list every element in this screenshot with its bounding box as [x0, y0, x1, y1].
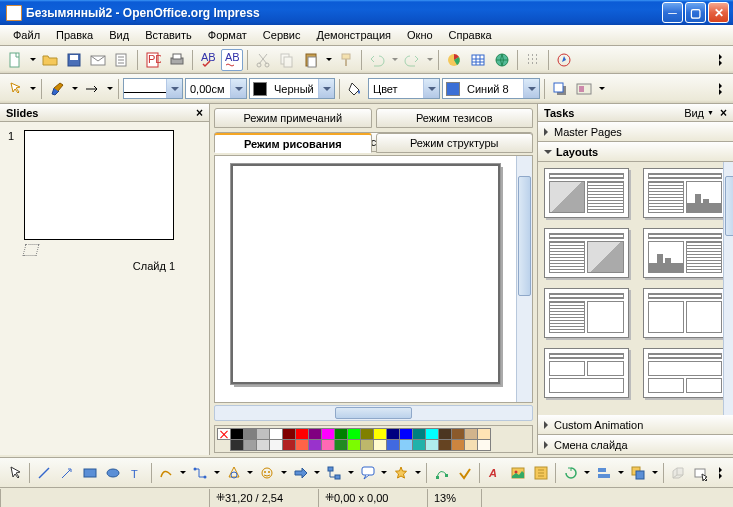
drawbar-overflow[interactable] — [716, 462, 729, 484]
filltype-combo[interactable]: Цвет — [368, 78, 440, 99]
open-button[interactable] — [39, 49, 61, 71]
line-tool[interactable] — [34, 462, 55, 484]
undo-button[interactable] — [366, 49, 388, 71]
pdf-button[interactable]: PDF — [142, 49, 164, 71]
layout-item[interactable] — [643, 348, 728, 398]
gluepoints-tool[interactable] — [454, 462, 475, 484]
color-swatch[interactable] — [477, 439, 491, 451]
fontwork-tool[interactable]: A — [484, 462, 505, 484]
menu-slideshow[interactable]: Демонстрация — [310, 27, 399, 43]
hyperlink-button[interactable] — [491, 49, 513, 71]
color-swatch[interactable] — [360, 439, 374, 451]
color-swatch[interactable] — [412, 439, 426, 451]
grid-button[interactable] — [522, 49, 544, 71]
menu-insert[interactable]: Вставить — [138, 27, 199, 43]
horizontal-scrollbar[interactable] — [214, 405, 533, 421]
color-swatch[interactable] — [425, 439, 439, 451]
blockarrows-tool[interactable] — [290, 462, 311, 484]
fill-button[interactable] — [344, 78, 366, 100]
menu-format[interactable]: Формат — [201, 27, 254, 43]
canvas-area[interactable] — [214, 155, 533, 403]
text-tool[interactable]: T — [126, 462, 147, 484]
color-swatch[interactable] — [256, 439, 270, 451]
arrow-tool[interactable] — [4, 78, 26, 100]
menu-tools[interactable]: Сервис — [256, 27, 308, 43]
stars-tool[interactable] — [391, 462, 412, 484]
color-swatch[interactable] — [295, 439, 309, 451]
layout-item[interactable] — [544, 168, 629, 218]
color-swatch[interactable] — [308, 439, 322, 451]
formatpaint-button[interactable] — [335, 49, 357, 71]
status-zoom[interactable]: 13% — [427, 489, 482, 507]
rotate-tool[interactable] — [560, 462, 581, 484]
color-none[interactable] — [217, 428, 231, 440]
layout-item[interactable] — [544, 288, 629, 338]
mail-button[interactable] — [87, 49, 109, 71]
spellcheck-button[interactable]: ABC — [197, 49, 219, 71]
color-swatch[interactable] — [282, 439, 296, 451]
slide-thumbnail[interactable]: 1 — [8, 130, 201, 240]
new-dropdown[interactable] — [28, 49, 37, 71]
basicshapes-tool[interactable] — [223, 462, 244, 484]
section-custom-animation[interactable]: Custom Animation — [538, 415, 733, 435]
maximize-button[interactable]: ▢ — [685, 2, 706, 23]
autospell-button[interactable]: ABC — [221, 49, 243, 71]
tab-notes[interactable]: Режим примечаний — [214, 108, 372, 128]
pen-dropdown[interactable] — [70, 78, 79, 100]
format-overflow[interactable] — [715, 78, 729, 100]
layout-item[interactable] — [544, 228, 629, 278]
redo-dropdown[interactable] — [425, 49, 434, 71]
toolbar-overflow[interactable] — [715, 49, 729, 71]
section-slide-transition[interactable]: Смена слайда — [538, 435, 733, 455]
color-swatch[interactable] — [386, 439, 400, 451]
menu-help[interactable]: Справка — [442, 27, 499, 43]
menu-edit[interactable]: Правка — [49, 27, 100, 43]
line-arrow-tool[interactable] — [57, 462, 78, 484]
flowchart-tool[interactable] — [324, 462, 345, 484]
section-layouts[interactable]: Layouts — [538, 142, 733, 162]
tab-drawing[interactable]: Режим рисования — [214, 133, 372, 153]
gallery-tool[interactable] — [530, 462, 551, 484]
shadow-button[interactable] — [549, 78, 571, 100]
vertical-scrollbar[interactable] — [516, 156, 532, 402]
curve-tool[interactable] — [156, 462, 177, 484]
slide-canvas[interactable] — [231, 164, 500, 384]
color-swatch[interactable] — [269, 439, 283, 451]
connector-tool[interactable] — [189, 462, 210, 484]
menu-file[interactable]: Файл — [6, 27, 47, 43]
slide-dropdown[interactable] — [597, 78, 606, 100]
close-button[interactable]: ✕ — [708, 2, 729, 23]
color-swatch[interactable] — [399, 439, 413, 451]
cut-button[interactable] — [252, 49, 274, 71]
layouts-scrollbar[interactable] — [723, 162, 733, 415]
section-master-pages[interactable]: Master Pages — [538, 122, 733, 142]
layout-item[interactable] — [643, 168, 728, 218]
color-swatch[interactable] — [347, 439, 361, 451]
slide-button[interactable] — [573, 78, 595, 100]
points-tool[interactable] — [431, 462, 452, 484]
fromfile-tool[interactable] — [507, 462, 528, 484]
color-swatch[interactable] — [464, 439, 478, 451]
copy-button[interactable] — [276, 49, 298, 71]
color-swatch[interactable] — [334, 439, 348, 451]
layout-item[interactable] — [544, 348, 629, 398]
linecolor-combo[interactable]: Черный — [249, 78, 335, 99]
layout-item[interactable] — [643, 288, 728, 338]
color-swatch[interactable] — [373, 439, 387, 451]
new-button[interactable] — [4, 49, 26, 71]
symbolshapes-tool[interactable] — [257, 462, 278, 484]
minimize-button[interactable]: ─ — [662, 2, 683, 23]
color-swatch[interactable] — [321, 439, 335, 451]
fillcolor-combo[interactable]: Синий 8 — [442, 78, 540, 99]
rect-tool[interactable] — [80, 462, 101, 484]
interaction-tool[interactable] — [691, 462, 712, 484]
linewidth-combo[interactable]: 0,00см — [185, 78, 247, 99]
arrow-dropdown[interactable] — [28, 78, 37, 100]
color-swatch[interactable] — [243, 439, 257, 451]
extrusion-tool[interactable] — [668, 462, 689, 484]
menu-view[interactable]: Вид — [102, 27, 136, 43]
redo-button[interactable] — [401, 49, 423, 71]
ellipse-tool[interactable] — [103, 462, 124, 484]
linestyle-combo[interactable] — [123, 78, 183, 99]
paste-dropdown[interactable] — [324, 49, 333, 71]
